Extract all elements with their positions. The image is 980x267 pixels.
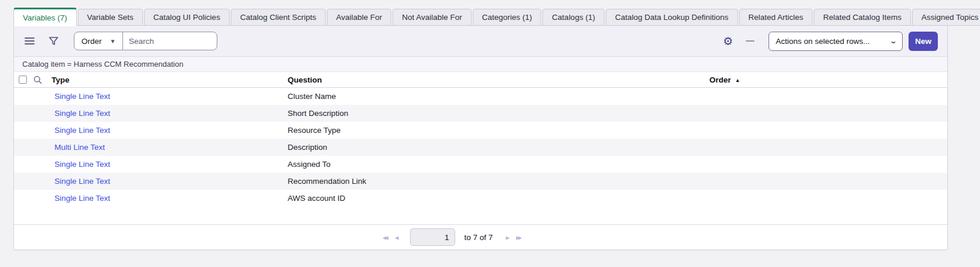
table-row: Multi Line Text Description — [14, 139, 947, 156]
tab-related-articles[interactable]: Related Articles — [739, 9, 813, 26]
minimize-list-icon[interactable] — [746, 40, 754, 42]
variable-type-link[interactable]: Single Line Text — [54, 122, 110, 139]
pagination-range: to 7 of 7 — [465, 233, 493, 242]
actions-select-value: Actions on selected rows... — [776, 37, 870, 46]
last-page-icon[interactable]: ▸▸ — [516, 234, 520, 241]
sort-ascending-icon: ▲ — [735, 77, 740, 83]
variable-question: Recommendation Link — [288, 173, 366, 190]
table-row: Single Line Text Assigned To — [14, 156, 947, 173]
search-column-value: Order — [81, 37, 102, 46]
variable-type-link[interactable]: Single Line Text — [54, 105, 110, 122]
tab-label: Catalogs (1) — [552, 13, 595, 22]
tab-assigned-topics[interactable]: Assigned Topics — [912, 9, 980, 26]
variable-type-link[interactable]: Multi Line Text — [54, 139, 105, 156]
page: { "colors":{ "accent_green":"#278764", "… — [0, 0, 980, 267]
variable-question: Resource Type — [288, 122, 341, 139]
column-header-question[interactable]: Question — [288, 72, 322, 88]
variable-question: Description — [288, 139, 327, 156]
tab-variable-sets[interactable]: Variable Sets — [78, 9, 143, 26]
tab-categories-1[interactable]: Categories (1) — [473, 9, 542, 26]
table-row: Single Line Text AWS account ID — [14, 190, 947, 207]
variable-question: Short Description — [288, 105, 349, 122]
tab-label: Catalog Client Scripts — [240, 13, 316, 22]
column-header-type[interactable]: Type — [52, 72, 70, 88]
tab-label: Available For — [336, 13, 383, 22]
new-button[interactable]: New — [909, 32, 938, 51]
table-row: Single Line Text Short Description — [14, 105, 947, 122]
list-footer: ◂◂ ◂ to 7 of 7 ▸ ▸▸ — [14, 224, 947, 249]
tab-available-for[interactable]: Available For — [327, 9, 392, 26]
tab-label: Related Catalog Items — [823, 13, 902, 22]
breadcrumb[interactable]: Catalog item = Harness CCM Recommendatio… — [22, 60, 183, 69]
variable-type-link[interactable]: Single Line Text — [54, 156, 110, 173]
tab-catalog-client-scripts[interactable]: Catalog Client Scripts — [231, 9, 326, 26]
table-row: Single Line Text Cluster Name — [14, 88, 947, 105]
list-rows: Single Line Text Cluster Name Single Lin… — [14, 88, 947, 207]
tab-label: Not Available For — [402, 13, 462, 22]
search-column-select[interactable]: Order ▼ — [74, 32, 123, 50]
previous-page-icon[interactable]: ◂ — [395, 234, 397, 241]
list-search-combo: Order ▼ — [74, 32, 217, 50]
list-menu-icon[interactable] — [25, 37, 35, 44]
column-header-order[interactable]: Order ▲ — [709, 72, 740, 88]
tab-not-available-for[interactable]: Not Available For — [392, 9, 472, 26]
select-all-checkbox[interactable] — [19, 76, 27, 84]
table-row: Single Line Text Resource Type — [14, 122, 947, 139]
chevron-down-icon: ⌄ — [889, 37, 897, 45]
variable-question: Assigned To — [288, 156, 330, 173]
filter-funnel-icon[interactable] — [49, 36, 59, 46]
search-icon[interactable] — [33, 76, 42, 84]
tab-label: Assigned Topics — [921, 13, 978, 22]
tab-label: Categories (1) — [482, 13, 532, 22]
breadcrumb-row: Catalog item = Harness CCM Recommendatio… — [14, 57, 947, 72]
variables-list-panel: Order ▼ ⚙ Actions on selected rows... ⌄ … — [13, 25, 948, 250]
next-page-icon[interactable]: ▸ — [506, 234, 508, 241]
actions-select[interactable]: Actions on selected rows... ⌄ — [769, 32, 903, 51]
tab-catalog-ui-policies[interactable]: Catalog UI Policies — [144, 9, 230, 26]
tab-label: Variable Sets — [87, 13, 134, 22]
search-input[interactable] — [123, 32, 217, 50]
list-toolbar: Order ▼ ⚙ Actions on selected rows... ⌄ … — [14, 26, 947, 57]
tab-variables-7[interactable]: Variables (7) — [13, 8, 77, 26]
pagination: ◂◂ ◂ to 7 of 7 ▸ ▸▸ — [383, 228, 520, 246]
tab-label: Related Articles — [749, 13, 804, 22]
tab-related-catalog-items[interactable]: Related Catalog Items — [814, 9, 911, 26]
tab-label: Catalog UI Policies — [153, 13, 220, 22]
gear-icon[interactable]: ⚙ — [723, 36, 733, 47]
tab-label: Catalog Data Lookup Definitions — [615, 13, 729, 22]
first-page-icon[interactable]: ◂◂ — [383, 234, 387, 241]
list-header-row: Type Question Order ▲ — [14, 72, 947, 88]
tab-catalogs-1[interactable]: Catalogs (1) — [542, 9, 605, 26]
variable-question: Cluster Name — [288, 88, 336, 105]
tab-bar: Variables (7) Variable Sets Catalog UI P… — [13, 8, 980, 26]
current-page-input[interactable] — [410, 228, 455, 246]
chevron-down-icon: ▼ — [110, 38, 116, 44]
variable-type-link[interactable]: Single Line Text — [54, 88, 110, 105]
table-row: Single Line Text Recommendation Link — [14, 173, 947, 190]
tab-label: Variables (7) — [23, 13, 67, 22]
variable-question: AWS account ID — [288, 190, 346, 207]
variable-type-link[interactable]: Single Line Text — [54, 173, 110, 190]
tab-catalog-data-lookup-definitions[interactable]: Catalog Data Lookup Definitions — [606, 9, 738, 26]
variable-type-link[interactable]: Single Line Text — [54, 190, 110, 207]
